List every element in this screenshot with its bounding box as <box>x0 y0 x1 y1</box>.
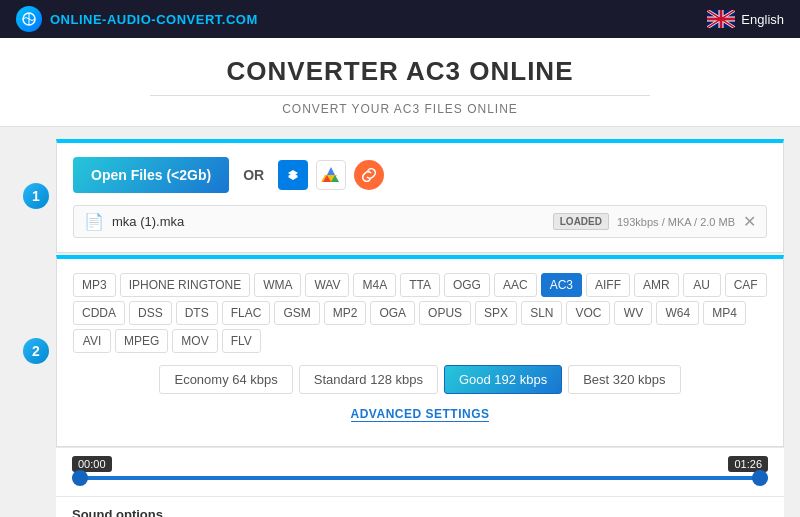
format-btn-cdda[interactable]: CDDA <box>73 301 125 325</box>
format-btn-caf[interactable]: CAF <box>725 273 767 297</box>
page-title: CONVERTER AC3 ONLINE <box>0 56 800 87</box>
timeline-section: 00:00 01:26 <box>56 447 784 497</box>
format-btn-gsm[interactable]: GSM <box>274 301 319 325</box>
header: ONLINE-AUDIO-CONVERT.COM English <box>0 0 800 38</box>
format-grid: MP3IPHONE RINGTONEWMAWAVM4ATTAOGGAACAC3A… <box>73 273 767 353</box>
format-btn-voc[interactable]: VOC <box>566 301 610 325</box>
format-btn-mp2[interactable]: MP2 <box>324 301 367 325</box>
file-name: mka (1).mka <box>112 214 553 229</box>
bitrate-btn-standard-128-kbps[interactable]: Standard 128 kbps <box>299 365 438 394</box>
page-title-section: CONVERTER AC3 ONLINE CONVERT YOUR AC3 FI… <box>0 38 800 127</box>
bitrate-btn-economy-64-kbps[interactable]: Economy 64 kbps <box>159 365 292 394</box>
format-btn-dts[interactable]: DTS <box>176 301 218 325</box>
bitrate-row: Economy 64 kbpsStandard 128 kbpsGood 192… <box>73 365 767 394</box>
timeline-slider[interactable] <box>72 476 768 480</box>
dropbox-icon[interactable] <box>278 160 308 190</box>
step1-content: Open Files (<2Gb) OR <box>56 139 784 253</box>
format-btn-spx[interactable]: SPX <box>475 301 517 325</box>
format-btn-ac3[interactable]: AC3 <box>541 273 582 297</box>
step2-number: 2 <box>16 255 56 447</box>
format-btn-oga[interactable]: OGA <box>370 301 415 325</box>
format-btn-mp4[interactable]: MP4 <box>703 301 746 325</box>
format-btn-wv[interactable]: WV <box>614 301 652 325</box>
sound-options-section: Sound options Bitrate Constant 64 kbps96… <box>56 497 784 517</box>
format-btn-aac[interactable]: AAC <box>494 273 537 297</box>
format-btn-w64[interactable]: W64 <box>656 301 699 325</box>
slider-track <box>72 476 768 480</box>
logo-icon <box>16 6 42 32</box>
or-label: OR <box>243 167 264 183</box>
format-btn-au[interactable]: AU <box>683 273 721 297</box>
bitrate-btn-best-320-kbps[interactable]: Best 320 kbps <box>568 365 680 394</box>
step2-content: MP3IPHONE RINGTONEWMAWAVM4ATTAOGGAACAC3A… <box>56 255 784 447</box>
link-icon[interactable] <box>354 160 384 190</box>
file-remove-button[interactable]: ✕ <box>743 214 756 230</box>
format-btn-iphone-ringtone[interactable]: IPHONE RINGTONE <box>120 273 250 297</box>
file-status-badge: LOADED <box>553 213 609 230</box>
svg-marker-11 <box>327 167 335 175</box>
format-btn-mpeg[interactable]: MPEG <box>115 329 168 353</box>
format-btn-sln[interactable]: SLN <box>521 301 562 325</box>
bitrate-btn-good-192-kbps[interactable]: Good 192 kbps <box>444 365 562 394</box>
step1-number: 1 <box>16 139 56 253</box>
format-btn-flv[interactable]: FLV <box>222 329 261 353</box>
file-row: 📄 mka (1).mka LOADED 193kbps / MKA / 2.0… <box>73 205 767 238</box>
logo-text: ONLINE-AUDIO-CONVERT.COM <box>50 12 258 27</box>
uk-flag-icon <box>707 10 735 28</box>
format-btn-tta[interactable]: TTA <box>400 273 440 297</box>
slider-thumb-start[interactable] <box>72 470 88 486</box>
format-btn-opus[interactable]: OPUS <box>419 301 471 325</box>
format-btn-dss[interactable]: DSS <box>129 301 172 325</box>
format-btn-ogg[interactable]: OGG <box>444 273 490 297</box>
language-label: English <box>741 12 784 27</box>
format-btn-mov[interactable]: MOV <box>172 329 217 353</box>
format-btn-avi[interactable]: AVI <box>73 329 111 353</box>
format-btn-m4a[interactable]: M4A <box>353 273 396 297</box>
main-area: 1 Open Files (<2Gb) OR <box>0 127 800 517</box>
format-btn-aiff[interactable]: AIFF <box>586 273 630 297</box>
file-icon: 📄 <box>84 212 104 231</box>
open-files-button[interactable]: Open Files (<2Gb) <box>73 157 229 193</box>
google-drive-icon[interactable] <box>316 160 346 190</box>
page-subtitle: CONVERT YOUR AC3 FILES ONLINE <box>0 102 800 116</box>
slider-thumb-end[interactable] <box>752 470 768 486</box>
file-info: 193kbps / MKA / 2.0 MB <box>617 216 735 228</box>
title-divider <box>150 95 650 96</box>
format-btn-wav[interactable]: WAV <box>305 273 349 297</box>
logo-area: ONLINE-AUDIO-CONVERT.COM <box>16 6 258 32</box>
format-btn-wma[interactable]: WMA <box>254 273 301 297</box>
sound-options-title: Sound options <box>72 507 768 517</box>
format-btn-amr[interactable]: AMR <box>634 273 679 297</box>
advanced-settings-anchor[interactable]: ADVANCED SETTINGS <box>351 407 490 422</box>
format-btn-flac[interactable]: FLAC <box>222 301 271 325</box>
advanced-settings-link[interactable]: ADVANCED SETTINGS <box>73 404 767 422</box>
language-selector[interactable]: English <box>707 10 784 28</box>
format-btn-mp3[interactable]: MP3 <box>73 273 116 297</box>
